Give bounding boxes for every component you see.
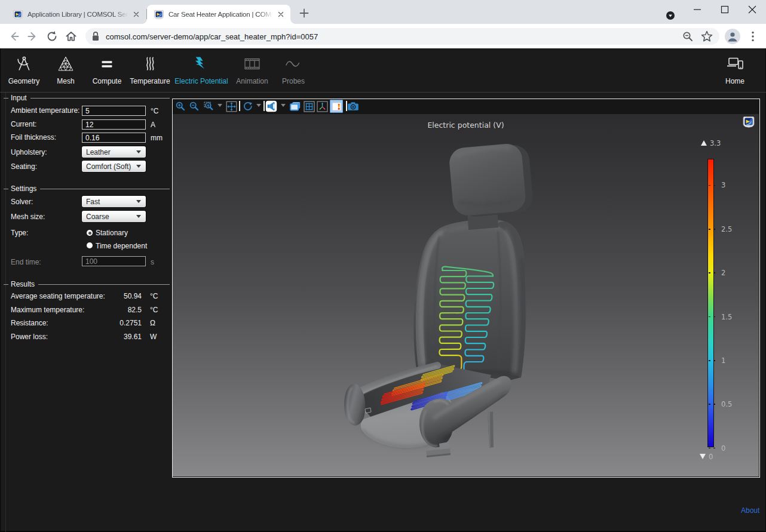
close-icon (746, 3, 759, 16)
window-maximize-button[interactable] (711, 0, 739, 19)
ambient-temperature-input[interactable]: 5 (82, 106, 146, 116)
ribbon-mesh[interactable]: Mesh (47, 55, 85, 85)
window-close-button[interactable] (739, 0, 766, 19)
time-dependent-radio[interactable] (87, 242, 93, 248)
transparency-button[interactable] (288, 100, 301, 113)
legend-tick-label: 0.5 (721, 400, 739, 408)
seating-dropdown[interactable]: Comfort (Soft) (82, 161, 146, 172)
tab-search-button[interactable] (666, 11, 675, 20)
reset-view-button[interactable] (241, 100, 255, 113)
results-section-legend: Results (0, 281, 171, 288)
grid-button[interactable] (302, 100, 315, 113)
scene-light-icon (265, 100, 277, 112)
app-ribbon: Geometry Mesh Compute Temperature (0, 48, 766, 93)
zoom-indicator-icon[interactable] (680, 29, 695, 44)
legend-tick-mark (713, 316, 715, 318)
current-input[interactable]: 12 (82, 119, 146, 130)
legend-tick-label: 1.5 (721, 313, 739, 321)
home-button[interactable] (63, 29, 79, 44)
graphics-canvas[interactable]: Electric potential (V) 3.3 3 2.5 2 1.5 1… (173, 114, 759, 476)
ribbon-home[interactable]: Home (716, 55, 754, 85)
snapshot-button[interactable] (347, 100, 360, 113)
foil-thickness-input[interactable]: 0.16 (82, 133, 146, 143)
zoom-box-button[interactable] (202, 100, 215, 113)
tab-application-library[interactable]: Application Library | COMSOL Server (6, 5, 146, 24)
url-text[interactable]: comsol.com/server-demo/app/car_seat_heat… (106, 32, 680, 41)
ribbon-label: Mesh (57, 77, 74, 85)
mesh-icon (57, 56, 74, 72)
browser-tab-strip: Application Library | COMSOL Server Car … (0, 0, 766, 24)
result-row: Average seating temperature: 50.94 °C (11, 292, 167, 300)
compute-equals-icon (99, 56, 115, 72)
dropdown-caret-icon (136, 165, 141, 168)
zoom-box-caret-icon[interactable] (217, 104, 222, 107)
comsol-favicon-icon (154, 10, 164, 19)
tab-close-icon[interactable] (131, 10, 141, 19)
stationary-radio[interactable] (87, 230, 93, 236)
axes-button[interactable] (315, 100, 329, 113)
bookmark-star-icon[interactable] (699, 29, 715, 44)
ribbon-probes[interactable]: Probes (274, 55, 312, 85)
color-legend-toggle-button[interactable] (330, 100, 343, 113)
home-devices-icon (725, 56, 744, 72)
scene-light-button[interactable] (265, 100, 278, 113)
legend-tick-mark (713, 185, 715, 186)
minimize-icon (691, 3, 704, 16)
forward-button[interactable] (25, 29, 41, 44)
ribbon-electric-potential[interactable]: Electric Potential (171, 55, 231, 85)
solver-dropdown[interactable]: Fast (82, 196, 146, 207)
new-tab-button[interactable] (297, 6, 311, 20)
dropdown-caret-icon (136, 150, 141, 153)
legend-tick-label: 2 (721, 269, 739, 277)
electric-potential-bolt-icon (193, 56, 210, 72)
ribbon-label: Probes (282, 77, 305, 85)
ribbon-label: Electric Potential (174, 77, 228, 85)
ribbon-animation[interactable]: Animation (232, 55, 272, 85)
upholstery-dropdown[interactable]: Leather (82, 146, 146, 158)
tab-title: Application Library | COMSOL Server (27, 11, 129, 18)
probes-wave-icon (284, 56, 302, 72)
graphics-panel: Electric potential (V) 3.3 3 2.5 2 1.5 1… (172, 99, 760, 478)
color-legend: 3.3 3 2.5 2 1.5 1 0.5 0 0 (687, 114, 759, 476)
max-triangle-icon (701, 140, 707, 146)
mesh-size-dropdown[interactable]: Coarse (82, 211, 146, 222)
scene-light-caret-icon[interactable] (281, 104, 286, 107)
ribbon-label: Animation (236, 77, 268, 85)
unit-label: A (151, 121, 155, 129)
window-minimize-button[interactable] (684, 0, 711, 19)
unit-label: mm (151, 134, 163, 142)
reload-button[interactable] (44, 29, 60, 44)
unit-label: °C (151, 107, 158, 115)
zoom-extents-icon (226, 101, 237, 112)
legend-tick-mark (713, 272, 715, 273)
zoom-out-button[interactable] (188, 100, 201, 113)
zoom-extents-button[interactable] (225, 100, 238, 113)
ribbon-compute[interactable]: Compute (88, 55, 126, 85)
legend-tick-mark (713, 448, 715, 449)
reset-view-caret-icon[interactable] (256, 104, 261, 107)
tab-close-icon[interactable] (276, 10, 286, 19)
address-bar[interactable]: comsol.com/server-demo/app/car_seat_heat… (85, 28, 719, 45)
input-section-legend: Input (0, 94, 171, 102)
zoom-in-button[interactable] (174, 100, 187, 113)
ribbon-temperature[interactable]: Temperature (128, 55, 171, 85)
end-time-input[interactable]: 100 (82, 256, 146, 266)
animation-film-icon (243, 56, 261, 72)
legend-tick-mark (709, 185, 710, 186)
dropdown-caret-icon (136, 215, 141, 218)
back-button[interactable] (6, 29, 22, 44)
browser-menu-icon[interactable] (745, 29, 761, 44)
browser-avatar[interactable] (725, 29, 740, 44)
result-row: Resistance: 0.2751 Ω (11, 319, 167, 327)
axes-icon (317, 101, 328, 112)
legend-tick-label: 2.5 (721, 225, 739, 233)
legend-tick-mark (709, 272, 710, 273)
lock-icon[interactable] (88, 29, 103, 44)
legend-max: 3.3 (701, 139, 721, 147)
ribbon-geometry[interactable]: Geometry (5, 55, 43, 85)
radio-label: Stationary (96, 229, 128, 237)
about-link[interactable]: About (741, 506, 759, 515)
tab-car-seat-heater[interactable]: Car Seat Heater Application | COMSOL Ser… (147, 5, 290, 24)
car-seat-3d-plot (173, 114, 759, 476)
legend-tick-label: 1 (721, 356, 739, 365)
